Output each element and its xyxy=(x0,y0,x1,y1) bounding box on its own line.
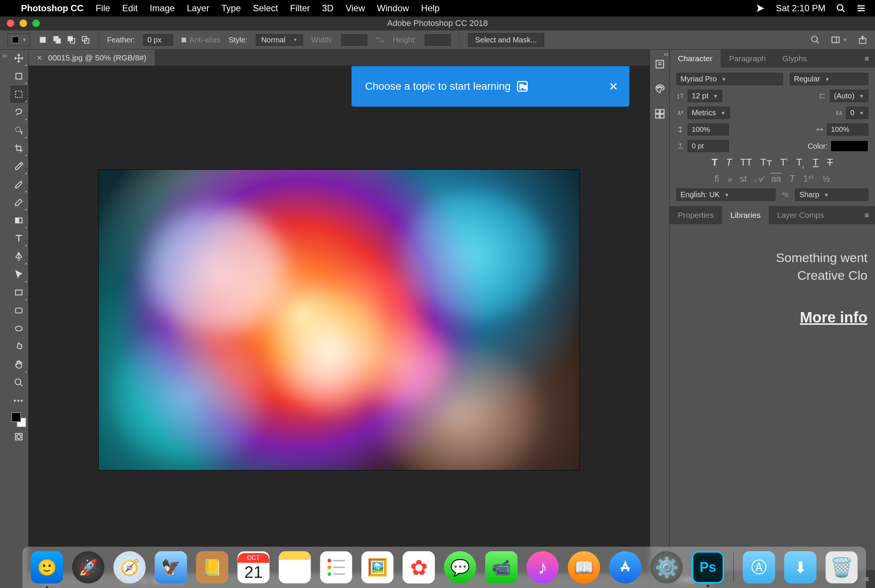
tool-preset-picker[interactable]: ▼ xyxy=(8,33,30,46)
select-and-mask-button[interactable]: Select and Mask... xyxy=(468,33,544,47)
dock-finder[interactable]: 🙂 xyxy=(31,551,63,583)
expand-panels-left[interactable]: ›› xyxy=(0,50,9,588)
quick-selection-tool[interactable] xyxy=(10,122,27,139)
dock-applications-folder[interactable]: Ⓐ xyxy=(743,551,775,583)
quick-mask-toggle[interactable] xyxy=(10,428,27,445)
spotlight-icon[interactable] xyxy=(836,3,846,13)
menu-layer[interactable]: Layer xyxy=(187,3,209,14)
menu-filter[interactable]: Filter xyxy=(290,3,310,14)
close-tab-icon[interactable]: × xyxy=(37,53,42,63)
rectangular-marquee-tool[interactable] xyxy=(10,86,27,103)
color-swatches[interactable] xyxy=(11,412,26,427)
subtract-from-selection-icon[interactable] xyxy=(67,35,76,44)
pen-tool[interactable] xyxy=(10,248,27,265)
menu-file[interactable]: File xyxy=(96,3,110,14)
add-to-selection-icon[interactable] xyxy=(53,35,62,44)
tab-glyphs[interactable]: Glyphs xyxy=(774,50,815,68)
dock-contacts[interactable]: 📒 xyxy=(196,551,228,583)
kerning-dropdown[interactable]: Metrics▼ xyxy=(688,107,730,119)
faux-bold-button[interactable]: T xyxy=(712,157,718,169)
baseline-shift-input[interactable] xyxy=(688,140,729,152)
menu-type[interactable]: Type xyxy=(221,3,241,14)
style-dropdown[interactable]: Normal▼ xyxy=(256,34,303,46)
menu-window[interactable]: Window xyxy=(377,3,409,14)
subscript-button[interactable]: T₁ xyxy=(796,157,804,169)
dock-calendar[interactable]: OCT21 xyxy=(237,551,270,583)
superscript-button[interactable]: T¹ xyxy=(780,157,788,169)
tab-layer-comps[interactable]: Layer Comps xyxy=(769,206,832,224)
document-tab[interactable]: × 00015.jpg @ 50% (RGB/8#) xyxy=(29,50,155,66)
eraser-tool[interactable] xyxy=(10,194,27,211)
contextual-alt-button[interactable]: ℴ xyxy=(727,173,732,184)
stylistic-alt-button[interactable]: aa xyxy=(771,173,781,184)
tab-libraries[interactable]: Libraries xyxy=(722,206,769,224)
control-center-icon[interactable] xyxy=(856,3,866,13)
foreground-color-swatch[interactable] xyxy=(11,412,21,422)
edit-toolbar[interactable]: ••• xyxy=(10,392,27,409)
tab-paragraph[interactable]: Paragraph xyxy=(721,50,774,68)
font-style-dropdown[interactable]: Regular▼ xyxy=(790,73,868,85)
underline-button[interactable]: T xyxy=(813,157,819,169)
path-selection-tool[interactable] xyxy=(10,266,27,283)
new-selection-icon[interactable] xyxy=(38,35,47,44)
font-family-dropdown[interactable]: Myriad Pro▼ xyxy=(676,73,783,85)
character-panel-menu-icon[interactable]: ≡ xyxy=(858,54,875,63)
tab-character[interactable]: Character xyxy=(670,50,721,68)
dock-facetime[interactable]: 📹 xyxy=(485,551,517,583)
dock-preview[interactable]: 🖼️ xyxy=(361,551,394,583)
faux-italic-button[interactable]: T xyxy=(726,157,732,169)
anti-alias-dropdown[interactable]: Sharp▼ xyxy=(795,188,868,201)
discretionary-lig-button[interactable]: st xyxy=(740,173,747,184)
vertical-scale-input[interactable] xyxy=(688,124,729,136)
artboard-tool[interactable] xyxy=(10,68,27,85)
text-color-swatch[interactable] xyxy=(831,140,868,152)
dock-itunes[interactable]: ♪ xyxy=(527,551,559,583)
language-dropdown[interactable]: English: UK▼ xyxy=(676,188,775,201)
fractions-button[interactable]: ½ xyxy=(822,173,830,184)
notification-icon[interactable] xyxy=(756,3,765,13)
tab-properties[interactable]: Properties xyxy=(670,206,722,224)
menubar-clock[interactable]: Sat 2:10 PM xyxy=(776,3,825,14)
dock-safari[interactable]: 🧭 xyxy=(113,551,146,583)
learn-panel-icon[interactable] xyxy=(654,59,665,70)
move-tool[interactable] xyxy=(10,50,27,67)
font-size-dropdown[interactable]: 12 pt▼ xyxy=(688,90,722,102)
horizontal-scale-input[interactable] xyxy=(827,124,868,136)
type-tool[interactable] xyxy=(10,230,27,247)
intersect-selection-icon[interactable] xyxy=(81,35,90,44)
rounded-rectangle-tool[interactable] xyxy=(10,302,27,319)
dock-mail[interactable]: 🦅 xyxy=(155,551,187,583)
expand-panels-right[interactable]: ‹‹ xyxy=(663,50,669,59)
hand-tool[interactable] xyxy=(10,356,27,373)
custom-shape-tool[interactable] xyxy=(10,338,27,355)
rectangle-tool[interactable] xyxy=(10,284,27,301)
menu-view[interactable]: View xyxy=(345,3,365,14)
swatches-panel-icon[interactable] xyxy=(654,108,665,119)
ellipse-tool[interactable] xyxy=(10,320,27,337)
menu-help[interactable]: Help xyxy=(421,3,439,14)
search-icon[interactable] xyxy=(810,35,820,45)
dock-messages[interactable]: 💬 xyxy=(444,551,476,583)
dock-reminders[interactable] xyxy=(320,551,352,583)
gradient-tool[interactable] xyxy=(10,212,27,229)
swash-button[interactable]: 𝒜 xyxy=(755,173,763,184)
canvas-area[interactable]: Choose a topic to start learning Ps ✕ xyxy=(29,66,650,574)
libraries-panel-menu-icon[interactable]: ≡ xyxy=(858,211,875,220)
titling-alt-button[interactable]: T xyxy=(789,173,795,184)
small-caps-button[interactable]: Tᴛ xyxy=(760,157,772,169)
eyedropper-tool[interactable] xyxy=(10,158,27,175)
lasso-tool[interactable] xyxy=(10,104,27,121)
zoom-tool[interactable] xyxy=(10,374,27,391)
dock-photoshop[interactable]: Ps xyxy=(692,551,724,583)
libraries-more-info-link[interactable]: More info xyxy=(800,309,867,326)
ligatures-button[interactable]: fi xyxy=(715,173,719,184)
dock-photos[interactable]: ✿ xyxy=(403,551,435,583)
dock-downloads-folder[interactable]: ⬇ xyxy=(784,551,816,583)
menu-select[interactable]: Select xyxy=(253,3,278,14)
workspace-switcher[interactable]: ▼ xyxy=(831,35,847,45)
ordinals-button[interactable]: 1ˢᵗ xyxy=(803,173,814,184)
dock-appstore[interactable] xyxy=(609,551,641,583)
color-panel-icon[interactable] xyxy=(654,83,665,95)
dock-launchpad[interactable]: 🚀 xyxy=(72,551,104,583)
tracking-dropdown[interactable]: 0▼ xyxy=(846,107,868,119)
